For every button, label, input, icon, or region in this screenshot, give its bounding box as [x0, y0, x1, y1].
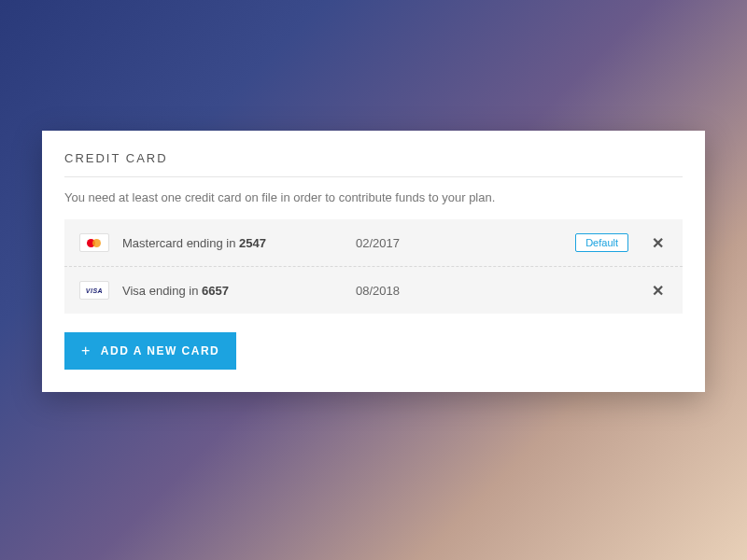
add-card-label: ADD A NEW CARD: [101, 344, 219, 357]
section-title: CREDIT CARD: [64, 151, 683, 177]
card-label: Mastercard ending in 2547: [122, 236, 356, 250]
card-label: Visa ending in 6657: [122, 284, 356, 298]
add-new-card-button[interactable]: + ADD A NEW CARD: [64, 332, 236, 370]
plus-icon: +: [81, 343, 92, 358]
cards-list: Mastercard ending in 2547 02/2017 Defaul…: [64, 219, 683, 314]
mastercard-icon: [79, 233, 109, 252]
card-row: VISA Visa ending in 6657 08/2018 ✕: [64, 267, 683, 314]
close-icon: ✕: [652, 234, 664, 252]
card-expiry: 02/2017: [356, 236, 575, 250]
visa-icon: VISA: [79, 281, 109, 300]
card-row: Mastercard ending in 2547 02/2017 Defaul…: [64, 219, 683, 266]
default-badge[interactable]: Default: [575, 233, 628, 252]
close-icon: ✕: [652, 282, 664, 300]
remove-card-button[interactable]: ✕: [647, 280, 668, 301]
remove-card-button[interactable]: ✕: [647, 232, 668, 253]
section-description: You need at least one credit card on fil…: [64, 190, 683, 204]
card-expiry: 08/2018: [356, 284, 647, 298]
credit-card-panel: CREDIT CARD You need at least one credit…: [42, 131, 705, 392]
